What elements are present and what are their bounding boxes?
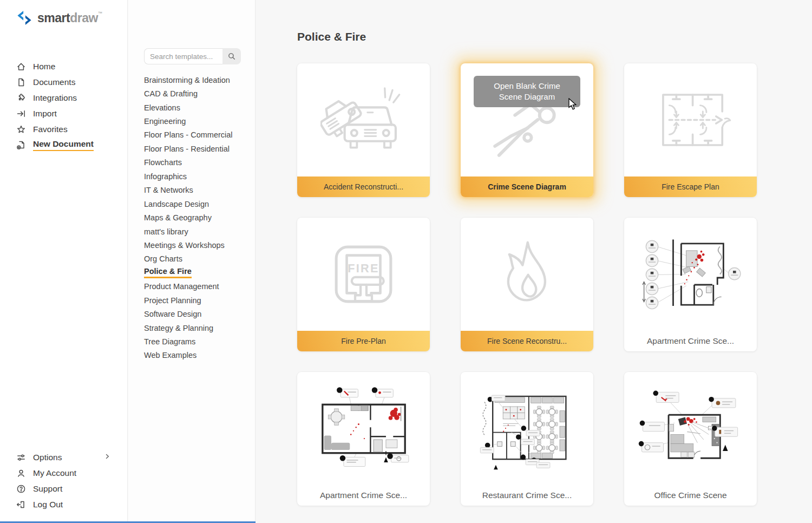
template-card-restaurant-crime-scene[interactable]: Restaurant Crime Sce...: [461, 372, 593, 506]
template-card-label: Restaurant Crime Sce...: [461, 485, 593, 506]
fire-escape-plan-icon: [624, 63, 757, 176]
template-gallery: Police & Fire: [256, 0, 812, 523]
home-icon: [16, 62, 26, 71]
template-card-label: Fire Scene Reconstru...: [461, 331, 593, 351]
user-icon: [16, 468, 26, 478]
category-item[interactable]: Tree Diagrams: [144, 335, 251, 348]
template-card-office-crime-scene[interactable]: Office Crime Scene: [624, 372, 757, 506]
template-card-label: Fire Escape Plan: [624, 176, 757, 197]
category-item[interactable]: Maps & Geography: [144, 211, 251, 224]
template-grid: Accident Reconstructi... Open Blank Crim…: [297, 63, 757, 506]
svg-text:FIRE: FIRE: [348, 262, 379, 275]
category-item[interactable]: Elevations: [144, 101, 251, 114]
puzzle-icon: [16, 93, 26, 103]
category-item[interactable]: Meetings & Workshops: [144, 238, 251, 252]
sidebar-item-support[interactable]: Support: [0, 481, 127, 496]
template-card-label: Apartment Crime Sce...: [624, 331, 757, 351]
flame-icon: [461, 218, 593, 331]
sidebar-item-my-account[interactable]: My Account: [0, 465, 127, 481]
template-card-fire-escape-plan[interactable]: Fire Escape Plan: [624, 63, 757, 197]
category-item[interactable]: Floor Plans - Commercial: [144, 128, 251, 142]
template-card-apartment-crime-scene[interactable]: Apartment Crime Sce...: [624, 218, 757, 351]
category-list: Brainstorming & Ideation CAD & Drafting …: [144, 73, 251, 362]
template-category-panel: Brainstorming & Ideation CAD & Drafting …: [128, 0, 256, 523]
sidebar-item-log-out[interactable]: Log Out: [0, 496, 127, 512]
star-icon: [16, 125, 26, 134]
template-card-crime-scene-diagram[interactable]: Open Blank Crime Scene Diagram Crime Sce…: [461, 63, 593, 197]
sidebar-item-favorites[interactable]: Favorites: [0, 121, 127, 137]
category-item[interactable]: Flowcharts: [144, 156, 251, 169]
sidebar-item-home[interactable]: Home: [0, 58, 127, 74]
fire-alarm-icon: FIRE: [297, 218, 430, 331]
logout-icon: [16, 500, 26, 509]
template-card-label: Accident Reconstructi...: [297, 176, 430, 197]
category-item[interactable]: Product Management: [144, 280, 251, 293]
template-card-label: Fire Pre-Plan: [297, 331, 430, 351]
left-sidebar: smartdraw™ Home Documents Integrations I…: [0, 0, 128, 523]
category-item[interactable]: Web Examples: [144, 349, 251, 362]
secondary-nav: Options My Account Support Log Out: [0, 449, 127, 512]
sidebar-item-new-document[interactable]: New Document: [0, 137, 127, 153]
search-input[interactable]: [144, 48, 222, 64]
apartment-crime-scene-thumbnail: [624, 218, 757, 331]
category-item[interactable]: Landscape Design: [144, 197, 251, 211]
sliders-icon: [16, 453, 26, 462]
sidebar-item-options[interactable]: Options: [0, 449, 127, 465]
category-item[interactable]: Brainstorming & Ideation: [144, 73, 251, 87]
sidebar-item-integrations[interactable]: Integrations: [0, 90, 127, 106]
sidebar-item-documents[interactable]: Documents: [0, 74, 127, 90]
smartdraw-wordmark: smartdraw™: [37, 11, 102, 25]
car-crash-icon: [297, 63, 430, 176]
new-document-icon: [16, 140, 26, 150]
template-card-fire-scene-reconstruction[interactable]: Fire Scene Reconstru...: [461, 218, 593, 351]
category-item[interactable]: CAD & Drafting: [144, 87, 251, 100]
template-card-accident-reconstruction[interactable]: Accident Reconstructi...: [297, 63, 430, 197]
mouse-cursor: [568, 98, 578, 113]
smartdraw-logo[interactable]: smartdraw™: [16, 10, 102, 25]
open-blank-template-tooltip[interactable]: Open Blank Crime Scene Diagram: [474, 76, 580, 107]
template-card-fire-pre-plan[interactable]: FIRE Fire Pre-Plan: [297, 218, 430, 351]
category-item[interactable]: Floor Plans - Residential: [144, 142, 251, 155]
sidebar-item-import[interactable]: Import: [0, 106, 127, 121]
category-item[interactable]: Strategy & Planning: [144, 321, 251, 335]
template-card-apartment-crime-scene-2[interactable]: Apartment Crime Sce...: [297, 372, 430, 506]
template-card-label: Apartment Crime Sce...: [297, 485, 430, 506]
help-icon: [16, 484, 26, 494]
chevron-right-icon: [103, 453, 111, 462]
category-item[interactable]: Infographics: [144, 169, 251, 183]
restaurant-crime-scene-thumbnail: [461, 372, 593, 485]
template-search: [144, 48, 241, 64]
category-item[interactable]: Project Planning: [144, 293, 251, 307]
template-card-label: Office Crime Scene: [624, 485, 757, 506]
category-item[interactable]: matt's library: [144, 225, 251, 238]
category-item[interactable]: Engineering: [144, 114, 251, 128]
search-button[interactable]: [222, 48, 241, 64]
apartment-crime-scene-2-thumbnail: [297, 372, 430, 485]
primary-nav: Home Documents Integrations Import Favor…: [0, 58, 127, 153]
smartdraw-logo-icon: [16, 10, 32, 25]
office-crime-scene-thumbnail: [624, 372, 757, 485]
page-title: Police & Fire: [297, 30, 366, 43]
category-item[interactable]: Software Design: [144, 307, 251, 321]
search-icon: [227, 52, 236, 61]
category-item[interactable]: IT & Networks: [144, 184, 251, 197]
category-item[interactable]: Police & Fire: [144, 266, 251, 279]
category-item[interactable]: Org Charts: [144, 252, 251, 266]
template-card-label: Crime Scene Diagram: [461, 176, 593, 197]
document-icon: [16, 77, 26, 87]
import-icon: [16, 109, 26, 119]
